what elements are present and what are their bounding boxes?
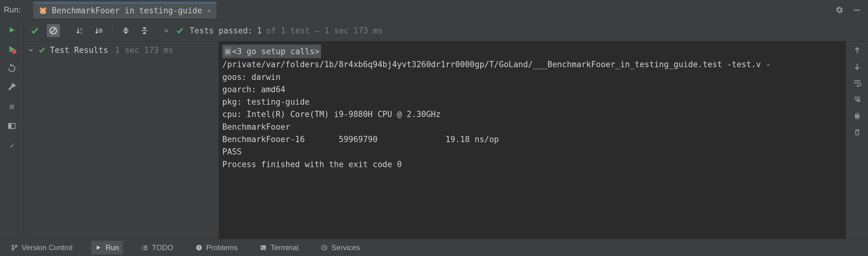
collapse-all-button[interactable] [138,24,151,37]
svg-marker-1 [10,27,14,33]
svg-point-20 [16,245,18,247]
gear-icon[interactable] [835,6,844,14]
console-line: BenchmarkFooer-16 59969790 19.18 ns/op [222,133,839,145]
console-line: cpu: Intel(R) Core(TM) i9-9880H CPU @ 2.… [222,108,839,120]
svg-marker-33 [323,247,326,249]
problems-tab[interactable]: Problems [192,241,241,254]
branch-icon [11,244,18,251]
play-icon [95,244,102,251]
svg-marker-4 [10,64,13,67]
svg-rect-14 [142,30,148,31]
svg-rect-16 [856,113,858,115]
services-icon [321,244,328,251]
console-line: goarch: amd64 [222,83,839,96]
test-tree-root-label: Test Results [50,45,108,55]
separator [112,25,113,36]
show-passed-button[interactable] [28,24,41,37]
left-tool-rail [0,20,24,239]
test-results-root[interactable]: Test Results 1 sec 173 ms [24,41,219,59]
svg-rect-31 [261,245,266,250]
svg-point-3 [12,49,17,54]
test-toolbar: az » Tests passed: 1 [24,20,868,41]
tests-passed-label: Tests passed: [189,26,253,35]
svg-rect-7 [9,123,11,129]
chevrons: » [164,26,168,35]
services-label: Services [331,243,360,252]
terminal-label: Terminal [270,243,299,252]
test-tree: Test Results 1 sec 173 ms [24,41,219,239]
chevron-down-icon[interactable] [28,47,34,53]
go-icon: 🐹 [39,6,48,15]
warning-icon [196,244,203,251]
bottom-toolbar: Version Control Run TODO Problems Termin… [0,239,868,256]
console-line: pkg: testing-guide [222,96,839,108]
sort-duration-button[interactable] [92,24,105,37]
toggle-auto-test-button[interactable] [6,63,18,74]
down-arrow-icon[interactable] [853,63,861,71]
svg-text:z: z [80,31,83,35]
todo-label: TODO [152,243,173,252]
svg-rect-29 [199,246,199,248]
separator [67,25,67,36]
version-control-label: Version Control [22,243,72,252]
console-output[interactable]: ⊞<3 go setup calls> /private/var/folders… [219,41,846,239]
svg-point-18 [12,245,14,247]
console-line: goos: darwin [222,71,839,83]
svg-rect-17 [856,117,858,118]
console-line: PASS [222,145,839,158]
tests-total-info: of 1 test – 1 sec 173 ms [266,26,383,35]
tab-title: BenchmarkFooer in testing-guide [52,6,202,15]
run-config-tab[interactable]: 🐹 BenchmarkFooer in testing-guide ✕ [33,1,216,19]
todo-tab[interactable]: TODO [137,241,177,254]
problems-label: Problems [206,243,238,252]
main-area: az » Tests passed: 1 [0,20,868,239]
test-tree-check-icon [38,46,45,54]
setup-calls-fold[interactable]: ⊞<3 go setup calls> [222,45,321,58]
svg-rect-0 [854,9,860,10]
svg-rect-25 [144,247,147,248]
run-label: Run [105,243,119,252]
services-tab[interactable]: Services [317,241,364,254]
scroll-to-end-icon[interactable] [853,95,862,104]
console-line: Process finished with the exit code 0 [222,158,839,171]
up-arrow-icon[interactable] [853,46,861,54]
layout-icon[interactable] [6,120,18,132]
soft-wrap-icon[interactable] [853,79,862,87]
test-tree-root-time: 1 sec 173 ms [115,45,173,55]
tests-passed-count: 1 [257,26,262,35]
rerun-button[interactable] [6,24,18,36]
svg-marker-21 [97,246,100,250]
console-line: BenchmarkFooer [222,121,839,133]
test-panel: az » Tests passed: 1 [24,20,868,239]
minimize-icon[interactable] [852,6,861,14]
list-icon [142,244,148,251]
run-tab[interactable]: Run [91,241,123,254]
stop-button[interactable] [6,101,18,113]
close-icon[interactable]: ✕ [207,7,211,14]
right-tool-rail [846,41,868,239]
rerun-failed-button[interactable] [6,43,18,55]
svg-rect-24 [142,247,143,248]
status-check-icon [176,27,184,35]
svg-rect-13 [123,30,129,31]
show-ignored-button[interactable] [47,24,60,37]
terminal-icon [260,244,267,251]
svg-line-9 [51,29,56,33]
print-icon[interactable] [853,112,861,120]
expand-all-button[interactable] [119,24,132,37]
svg-rect-23 [144,246,147,246]
trash-icon[interactable] [853,128,861,136]
svg-rect-22 [142,246,143,246]
status-text: Tests passed: 1 of 1 test – 1 sec 173 ms [189,26,382,35]
terminal-tab[interactable]: Terminal [256,241,302,254]
sort-alpha-button[interactable]: az [74,24,87,37]
svg-rect-27 [144,249,147,250]
svg-rect-26 [142,249,143,250]
setup-calls-label: <3 go setup calls> [232,47,320,56]
svg-rect-5 [10,105,14,109]
svg-rect-30 [199,249,199,249]
version-control-tab[interactable]: Version Control [7,241,76,254]
pin-icon[interactable] [6,139,18,151]
wrench-icon[interactable] [6,82,18,94]
panel-body: Test Results 1 sec 173 ms ⊞<3 go setup c… [24,41,868,239]
